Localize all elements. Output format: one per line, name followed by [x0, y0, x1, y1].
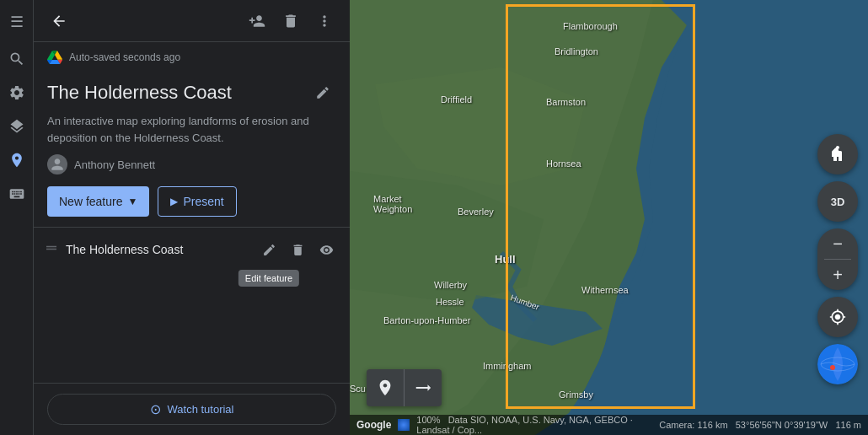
watch-tutorial-bar: ⊙ Watch tutorial [34, 383, 350, 435]
keyboard-icon[interactable] [2, 179, 32, 209]
svg-point-9 [830, 365, 835, 370]
back-button[interactable] [44, 6, 74, 36]
project-info: The Holderness Coast An interactive map … [34, 72, 350, 227]
draw-tools [367, 369, 442, 406]
new-feature-button[interactable]: New feature ▼ [47, 186, 149, 217]
avatar [47, 154, 67, 175]
watch-tutorial-button[interactable]: ⊙ Watch tutorial [47, 394, 336, 425]
map-controls-right: 3D − + [817, 134, 858, 384]
project-description: An interactive map exploring landforms o… [47, 113, 336, 146]
visibility-toggle-button[interactable] [313, 236, 340, 263]
dropdown-arrow-icon: ▼ [127, 196, 137, 207]
feature-name: The Holderness Coast [66, 243, 249, 256]
autosave-text: Auto-saved seconds ago [69, 51, 180, 63]
edit-feature-button[interactable]: Edit feature [255, 236, 282, 263]
search-icon[interactable] [2, 44, 32, 74]
street-view-button[interactable] [817, 134, 858, 175]
feature-list: The Holderness Coast Edit feature [34, 228, 350, 383]
map-camera-info: Camera: 116 km 53°56'56"N 0°39'19"W 116 … [659, 420, 861, 430]
globe-button[interactable] [817, 344, 858, 384]
feature-item[interactable]: The Holderness Coast Edit feature [34, 228, 350, 271]
more-options-button[interactable] [309, 6, 340, 36]
layers-icon[interactable] [2, 111, 32, 142]
maps-dot [398, 419, 410, 431]
drive-icon [47, 50, 62, 65]
add-collaborator-button[interactable] [242, 6, 272, 36]
author-name: Anthony Bennett [74, 158, 155, 171]
edit-feature-tooltip: Edit feature [238, 270, 299, 287]
add-pin-tool[interactable] [367, 369, 404, 406]
action-buttons: New feature ▼ ▶ Present [47, 186, 336, 217]
project-title: The Holderness Coast [47, 82, 232, 104]
map-bottom-bar: Google 100% Data SIO, NOAA, U.S. Navy, N… [350, 415, 868, 435]
autosave-bar: Auto-saved seconds ago [34, 42, 350, 72]
play-circle-icon: ⊙ [150, 401, 161, 417]
location-button[interactable] [817, 297, 858, 337]
header-actions [242, 6, 340, 36]
present-button[interactable]: ▶ Present [158, 186, 236, 217]
google-logo: Google [356, 419, 391, 431]
delete-feature-button[interactable] [284, 236, 311, 263]
sidebar: Auto-saved seconds ago The Holderness Co… [34, 0, 350, 435]
zoom-in-button[interactable]: + [817, 260, 858, 290]
project-title-row: The Holderness Coast [47, 79, 336, 106]
icon-rail: ☰ [0, 0, 34, 435]
delete-map-button[interactable] [276, 6, 306, 36]
author-row: Anthony Bennett [47, 154, 336, 175]
add-path-tool[interactable] [405, 369, 442, 406]
map-area[interactable]: Flamborough Bridlington Barmston Driffie… [350, 0, 868, 435]
zoom-controls: − + [817, 228, 858, 290]
edit-title-button[interactable] [309, 79, 336, 106]
sidebar-header [34, 0, 350, 42]
settings-icon[interactable] [2, 78, 32, 108]
zoom-out-button[interactable]: − [817, 228, 858, 259]
menu-icon[interactable]: ☰ [2, 7, 32, 37]
present-play-icon: ▶ [170, 196, 178, 207]
feature-actions: Edit feature [255, 236, 340, 263]
pin-icon[interactable] [2, 145, 32, 175]
drag-handle-icon [44, 240, 59, 259]
map-scale-info: 100% Data SIO, NOAA, U.S. Navy, NGA, GEB… [416, 415, 652, 435]
3d-toggle[interactable]: 3D [817, 181, 858, 222]
